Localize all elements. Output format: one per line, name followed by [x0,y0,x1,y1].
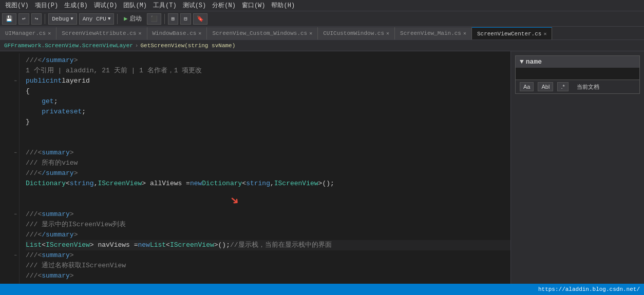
tab-cuicustomwindow[interactable]: CUICustomWindow.cs ✕ [318,27,395,40]
toolbar-misc1[interactable]: ⊞ [168,13,179,25]
match-word-button[interactable]: Abl [538,82,553,91]
tab-label: CUICustomWindow.cs [323,30,384,36]
menu-tools[interactable]: 工具(T) [150,0,180,11]
tab-screenviewcenter[interactable]: ScreenViewCenter.cs ✕ [472,27,552,40]
fold-icon[interactable]: − [14,76,17,86]
toolbar-stop[interactable]: ⬛ [147,13,161,25]
close-icon[interactable]: ✕ [138,30,141,36]
menu-help[interactable]: 帮助(H) [268,0,298,11]
debug-config-dropdown[interactable]: Debug ▼ [48,13,77,25]
tab-bar: UIManager.cs ✕ ScreenViewAttribute.cs ✕ … [0,27,644,40]
code-token: summary [42,209,70,220]
code-token: > allViews = [142,179,190,189]
code-token: /// [26,209,37,220]
line-num: − [4,250,17,261]
run-button[interactable]: ▶ 启动 [121,14,144,23]
code-line: /// </summary> [26,230,510,240]
tab-screenviewmain[interactable]: ScreenView_Main.cs ✕ [395,27,472,40]
code-line: /// 通过名称获取IScreenView [26,261,510,271]
close-icon[interactable]: ✕ [386,30,389,36]
line-num [4,107,17,117]
tab-label: WindowBase.cs [153,30,197,36]
fold-icon[interactable]: − [14,148,17,158]
menu-test[interactable]: 测试(S) [180,0,210,11]
code-line: /// 显示中的IScreenView列表 [26,220,510,230]
toolbar-redo[interactable]: ↪ [31,13,42,25]
code-token: /// [26,55,37,66]
menu-project[interactable]: 项目(P) [32,0,62,11]
tab-label: ScreenView_Custom_Windows.cs [212,30,307,36]
code-line: { [26,86,510,96]
code-token: /summary [42,168,73,179]
code-token: /// [26,230,37,240]
regex-button[interactable]: .* [557,82,568,91]
code-line: } [26,117,510,127]
close-icon[interactable]: ✕ [463,30,466,36]
code-token: < [66,179,70,189]
tab-label: UIManager.cs [5,30,46,36]
toolbar-save-all[interactable]: 💾 [2,13,16,25]
code-token: /// [26,250,37,261]
code-token: string [70,179,94,189]
chevron-down-icon: ▼ [70,16,73,22]
code-token: < [37,250,42,261]
code-line: /// </summary> [26,55,510,66]
line-num [4,271,17,281]
code-token: < [42,240,46,250]
menu-build[interactable]: 生成(B) [61,0,91,11]
menu-window[interactable]: 窗口(W) [239,0,269,11]
code-token: /summary [42,55,73,66]
debug-config-label: Debug [52,16,69,22]
menu-debug[interactable]: 调试(D) [91,0,121,11]
tab-windowbase[interactable]: WindowBase.cs ✕ [147,27,207,40]
tab-uimanager[interactable]: UIManager.cs ✕ [0,27,56,40]
status-url[interactable]: https://aladdin.blog.csdn.net/ [538,286,640,292]
code-token: > [70,250,74,261]
code-token: < [37,209,42,220]
code-editor[interactable]: − − − − [0,51,510,295]
menu-team[interactable]: 团队(M) [120,0,150,11]
code-token: < [242,179,246,189]
line-num [4,55,17,66]
fold-icon[interactable]: − [14,209,17,220]
toolbar-misc3[interactable]: 🔖 [193,13,207,25]
code-token: IScreenView [274,179,318,189]
search-header: ▼ name [516,56,639,68]
line-num [4,117,17,127]
line-num [4,127,17,137]
close-icon[interactable]: ✕ [198,30,201,36]
code-token: , [94,179,98,189]
code-line [26,189,510,199]
cpu-config-dropdown[interactable]: Any CPU ▼ [79,13,115,25]
close-icon[interactable]: ✕ [48,30,51,36]
breadcrumb: GFFramework.ScreenView.ScreenViewLayer ›… [0,40,644,51]
search-panel-container: ▼ name Aa Abl .* 当前文档 [510,51,644,295]
tab-screenviewattribute[interactable]: ScreenViewAttribute.cs ✕ [56,27,147,40]
menu-analyze[interactable]: 分析(N) [209,0,239,11]
code-line [26,199,510,209]
breadcrumb-ns[interactable]: GFFramework.ScreenView.ScreenViewLayer [4,43,133,49]
code-token: < [37,55,42,66]
code-line: /// <summary> [26,271,510,281]
code-token: get [42,96,53,107]
search-input[interactable] [518,70,637,77]
line-num [4,66,17,76]
tab-label: ScreenViewCenter.cs [477,31,541,37]
fold-icon[interactable]: − [14,250,17,261]
toolbar-undo[interactable]: ↩ [18,13,29,25]
toolbar: 💾 ↩ ↪ Debug ▼ Any CPU ▼ ▶ 启动 ⬛ ⊞ ⊟ 🔖 [0,11,644,27]
code-token: //显示栈，当前在显示栈中的界面 [230,240,332,250]
toolbar-sep2 [117,14,118,24]
tab-customwindows[interactable]: ScreenView_Custom_Windows.cs ✕ [207,27,318,40]
match-case-button[interactable]: Aa [520,82,534,91]
close-icon[interactable]: ✕ [309,30,312,36]
code-lines: /// </summary> 1 个引用 | aladdin, 21 天前 | … [20,53,510,293]
close-icon[interactable]: ✕ [543,31,546,37]
line-num [4,168,17,179]
search-panel: ▼ name Aa Abl .* 当前文档 [515,55,640,94]
code-token: /// [26,148,37,158]
breadcrumb-method[interactable]: GetScreenView(string svName) [140,43,235,49]
toolbar-misc2[interactable]: ⊟ [180,13,191,25]
run-icon: ▶ [124,15,127,23]
menu-view[interactable]: 视图(V) [2,0,32,11]
